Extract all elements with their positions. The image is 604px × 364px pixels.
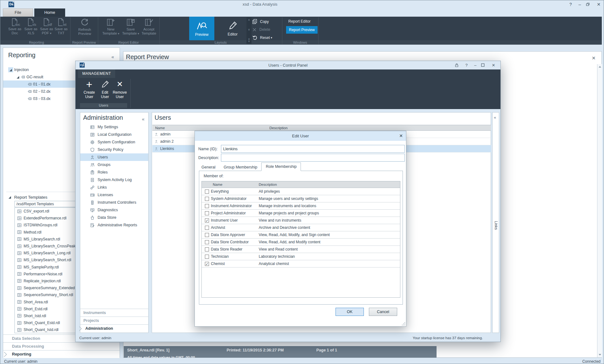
scroll-down-icon[interactable] <box>599 354 601 356</box>
role-row-data-store-contributor[interactable]: Data Store ContributorView, Read, Add, a… <box>202 239 400 246</box>
collapse-panel-button[interactable]: « <box>111 54 114 59</box>
role-row-everything[interactable]: EverythingAll privileges <box>202 188 400 195</box>
spin-down-icon[interactable]: ∨ <box>248 28 250 31</box>
save-as-pdf-button[interactable]: pdf Save asPDF▾ <box>39 18 54 36</box>
sidebar-item-system-activity-log[interactable]: System Activity Log <box>80 176 148 184</box>
create-user-button[interactable]: + Create User <box>82 79 97 102</box>
tab-home[interactable]: Home <box>34 8 65 17</box>
checkbox[interactable] <box>205 233 209 237</box>
save-as-xls-button[interactable]: xls Save asXLS <box>23 18 39 35</box>
accept-template-button[interactable]: AcceptTemplate <box>140 18 158 36</box>
delete-layout-button[interactable]: Delete <box>252 26 270 33</box>
sidebar-item-links[interactable]: Links <box>80 184 148 191</box>
new-template-button[interactable]: NewTemplate▾ <box>101 18 121 36</box>
sidebar-item-roles[interactable]: Roles <box>80 168 148 176</box>
editor-layout-button[interactable]: Editor <box>220 17 245 40</box>
layout-spinner[interactable]: ∧ ∨ ∨∨ <box>246 17 251 44</box>
column-description[interactable]: Description <box>259 183 277 186</box>
role-row-data-store-reader[interactable]: Data Store ReaderView and Read content <box>202 246 400 253</box>
description-input[interactable] <box>221 154 405 162</box>
role-row-instrument-administrator[interactable]: Instrument AdministratorManage instrumen… <box>202 202 400 210</box>
edit-user-button[interactable]: Edit User <box>98 79 112 102</box>
cp-nav-projects[interactable]: Projects <box>80 317 148 325</box>
role-row-technician[interactable]: TechnicianLaboratory technician <box>202 253 400 260</box>
role-row-instrument-user[interactable]: ✓Instrument UserView and run instruments <box>202 217 400 224</box>
checkbox[interactable] <box>205 240 209 244</box>
checkbox[interactable] <box>205 190 209 194</box>
nav-reporting[interactable]: Reporting <box>3 350 120 358</box>
tab-group-membership[interactable]: Group Membership <box>219 164 261 171</box>
cp-minimize-button[interactable]: – <box>472 63 478 68</box>
spin-up-icon[interactable]: ∧ <box>248 19 250 21</box>
sidebar-item-users[interactable]: Users <box>80 153 148 161</box>
tab-file[interactable]: File <box>3 8 33 17</box>
help-button[interactable]: ? <box>567 1 574 8</box>
links-tab-label[interactable]: Links <box>494 221 498 230</box>
close-preview-button[interactable]: ✕ <box>592 55 596 61</box>
close-button[interactable]: ✕ <box>595 1 602 8</box>
role-row-system-administrator[interactable]: System AdministratorManage users and sec… <box>202 195 400 202</box>
links-collapsed-panel[interactable]: « Links <box>492 112 499 333</box>
checkbox[interactable] <box>205 197 209 201</box>
checkbox[interactable] <box>205 204 209 208</box>
collapse-sidebar-button[interactable]: « <box>142 116 144 122</box>
save-as-txt-button[interactable]: txt Save asTXT <box>53 18 69 35</box>
cp-help-button[interactable]: ? <box>463 63 470 68</box>
sidebar-item-data-store[interactable]: Data Store <box>80 214 148 221</box>
resize-grip[interactable] <box>402 322 405 325</box>
scroll-up-icon[interactable] <box>599 66 601 68</box>
remove-user-button[interactable]: ✕ Remove User <box>112 79 127 102</box>
column-description[interactable]: Description <box>269 126 288 130</box>
sidebar-item-instrument-controllers[interactable]: Instrument Controllers <box>80 199 148 206</box>
ok-button[interactable]: OK <box>336 308 364 316</box>
sidebar-item-administrative-reports[interactable]: Administrative Reports <box>80 221 148 229</box>
sidebar-item-security-policy[interactable]: Security Policy <box>80 146 148 153</box>
expander-icon[interactable] <box>8 67 13 72</box>
column-name[interactable]: Name <box>213 183 257 186</box>
sidebar-item-system-configuration[interactable]: System Configuration <box>80 138 148 146</box>
expand-links-button[interactable]: « <box>494 115 496 120</box>
role-row-data-store-approver[interactable]: Data Store ApproverView, Read, Add, Modi… <box>202 231 400 239</box>
refresh-preview-button[interactable]: RefreshPreview <box>75 18 94 36</box>
checkbox-checked[interactable]: ✓ <box>205 218 209 223</box>
checkbox-checked[interactable]: ✓ <box>205 262 209 266</box>
column-name[interactable]: Name <box>155 126 165 130</box>
preview-layout-button[interactable]: Preview <box>189 17 214 40</box>
cancel-button[interactable]: Cancel <box>369 308 397 316</box>
checkbox[interactable] <box>205 247 209 251</box>
vertical-scrollbar[interactable] <box>597 64 602 357</box>
reset-layout-button[interactable]: Reset ▾ <box>252 34 272 41</box>
sidebar-item-groups[interactable]: Groups <box>80 161 148 168</box>
role-row-chemist[interactable]: ✓ChemistAnalytical chemist <box>202 260 400 267</box>
sidebar-item-diagnostics[interactable]: Diagnostics <box>80 206 148 214</box>
minimize-button[interactable]: – <box>576 1 583 8</box>
restore-button[interactable] <box>585 2 592 8</box>
nav-data-processing[interactable]: Data Processing <box>3 342 120 350</box>
cp-nav-administration[interactable]: Administration <box>80 324 148 333</box>
cp-nav-instruments[interactable]: Instruments <box>80 309 148 317</box>
sidebar-item-licenses[interactable]: Licenses <box>80 191 148 199</box>
checkbox[interactable] <box>205 255 209 259</box>
checkbox[interactable] <box>205 211 209 215</box>
cp-maximize-button[interactable] <box>481 63 487 69</box>
save-template-button[interactable]: SaveTemplate▾ <box>121 18 140 36</box>
users-table-header[interactable]: Name Description <box>152 125 491 131</box>
tab-management[interactable]: MANAGEMENT <box>78 69 115 78</box>
dialog-close-button[interactable]: ✕ <box>399 133 403 138</box>
name-id-input[interactable] <box>221 145 405 153</box>
window-report-editor[interactable]: Report Editor <box>288 19 317 24</box>
tab-general[interactable]: General <box>197 164 219 171</box>
expander-icon[interactable] <box>15 74 20 80</box>
copy-layout-button[interactable]: Copy <box>252 18 269 25</box>
sidebar-item-my-settings[interactable]: My Settings <box>80 123 148 131</box>
role-row-archivist[interactable]: ArchivistArchive and Dearchive content <box>202 224 400 231</box>
sidebar-item-local-configuration[interactable]: Local Configuration <box>80 131 148 138</box>
save-as-doc-button[interactable]: doc Save asDoc <box>7 18 23 35</box>
expander-icon[interactable] <box>8 196 11 199</box>
checkbox[interactable] <box>205 226 209 230</box>
report-templates-header[interactable]: Report Templates <box>8 195 48 200</box>
roles-table-header[interactable]: Name Description <box>202 181 400 188</box>
cp-close-button[interactable]: ✕ <box>490 63 497 68</box>
window-report-preview[interactable]: Report Preview <box>286 26 318 34</box>
tab-role-membership[interactable]: Role Membership <box>261 163 301 171</box>
